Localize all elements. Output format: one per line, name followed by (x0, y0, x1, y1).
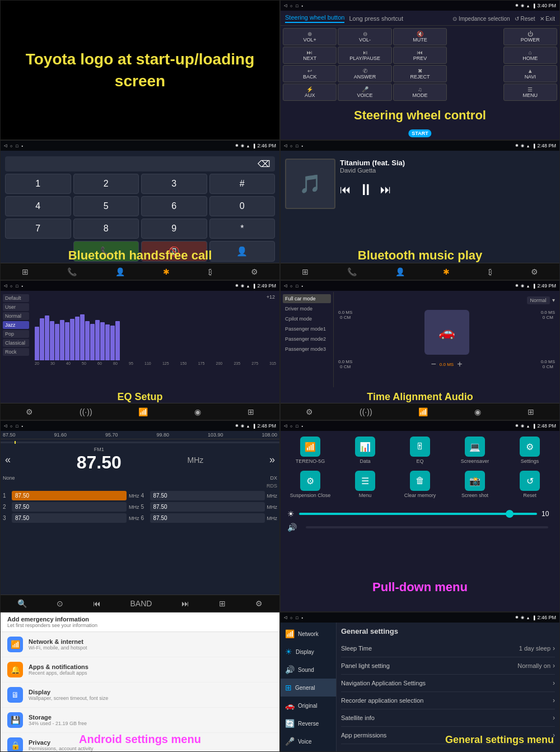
preset-jazz[interactable]: Jazz (3, 321, 29, 329)
nav-grid[interactable]: ⊞ (22, 267, 29, 276)
eq-bar-3[interactable] (45, 315, 49, 360)
nav-bt2[interactable]: ₿ (208, 267, 212, 276)
btn-menu[interactable]: ☰MENU (503, 83, 557, 101)
ss-sym[interactable]: 💻 (465, 437, 485, 457)
eq-bar-9[interactable] (75, 317, 80, 360)
nav-settings-music[interactable]: ⚙ (531, 267, 538, 276)
eq-sym[interactable]: 🎚 (410, 437, 430, 457)
key-star[interactable]: * (209, 219, 276, 239)
dial-input-field[interactable]: ⌫ (5, 156, 275, 171)
settings-row-recorder[interactable]: Recorder application selection › (341, 692, 555, 709)
tab-long-press[interactable]: Long press shortcut (349, 15, 403, 22)
nav-eq-more[interactable]: ⊞ (248, 407, 254, 416)
nav-bt[interactable]: ✱ (163, 267, 170, 276)
key-8[interactable]: 8 (73, 219, 139, 239)
preset-freq-1[interactable]: 87.50 (12, 491, 127, 500)
nav-ta-circle[interactable]: ◉ (474, 407, 481, 416)
key-5[interactable]: 5 (73, 196, 139, 216)
key-3[interactable]: 3 (141, 174, 207, 194)
ss2-sym[interactable]: 📸 (465, 471, 485, 491)
settings-row-panel[interactable]: Panel light setting Normally on › (341, 657, 555, 675)
preset-freq-5[interactable]: 87.50 (150, 502, 265, 512)
nav-eq-circle[interactable]: ◉ (194, 407, 201, 416)
menu-sym[interactable]: ☰ (355, 471, 375, 491)
nav-phone[interactable]: 📞 (67, 267, 77, 276)
eq-bar-6[interactable] (60, 320, 64, 360)
nav-radio-next[interactable]: ⏭ (181, 599, 189, 608)
eq-bar-13[interactable] (95, 320, 100, 360)
ta-minus-icon[interactable]: − (431, 359, 436, 369)
preset-freq-3[interactable]: 87.50 (12, 513, 127, 523)
settings-sym[interactable]: ⚙ (520, 437, 540, 457)
eq-bar-8[interactable] (70, 319, 74, 360)
android-item-display[interactable]: 🖥 Display Wallpaper, screen timeout, fon… (1, 683, 279, 708)
mode-passenger2[interactable]: Passenger mode2 (283, 335, 331, 343)
nav-radio-eq[interactable]: ⊞ (219, 599, 226, 608)
nav-eq-settings[interactable]: ⚙ (26, 407, 33, 416)
btn-next[interactable]: ⏭NEXT (283, 47, 337, 64)
clear-sym[interactable]: 🗑 (410, 471, 430, 491)
nav-ta-surround[interactable]: ((·)) (360, 407, 372, 416)
android-item-network[interactable]: 📶 Network & internet Wi-Fi, mobile, and … (1, 632, 279, 657)
settings-row-navi[interactable]: Navigation Application Settings › (341, 675, 555, 692)
eq-bar-17[interactable] (115, 321, 120, 360)
reset-link[interactable]: ↺ Reset (515, 16, 535, 22)
settings-row-sleep[interactable]: Sleep Time 1 day sleep › (341, 640, 555, 657)
nav-phone-music[interactable]: 📞 (347, 267, 357, 276)
btn-navi[interactable]: ▲NAVI (503, 65, 557, 82)
android-item-apps[interactable]: 🔔 Apps & notifications Recent apps, defa… (1, 657, 279, 683)
nav-radio-prev[interactable]: ⏮ (93, 599, 101, 608)
nav-ta-settings[interactable]: ⚙ (306, 407, 313, 416)
eq-bar-5[interactable] (55, 324, 59, 360)
mode-passenger3[interactable]: Passenger mode3 (283, 345, 331, 354)
settings-row-satellite[interactable]: Satellite info › (341, 709, 555, 727)
mode-passenger1[interactable]: Passenger mode1 (283, 324, 331, 333)
preset-freq-2[interactable]: 87.50 (12, 502, 127, 512)
key-6[interactable]: 6 (141, 196, 207, 216)
preset-classical[interactable]: Classical (3, 339, 29, 347)
nav-network[interactable]: 📶 Network (281, 625, 336, 643)
btn-power[interactable]: ⏻POWER (503, 28, 557, 45)
key-7[interactable]: 7 (5, 219, 71, 239)
eq-bar-7[interactable] (65, 322, 69, 360)
nav-radio-scan[interactable]: ⊙ (57, 599, 63, 608)
nav-ta-signal[interactable]: 📶 (418, 407, 428, 416)
data-sym[interactable]: 📊 (355, 437, 375, 457)
btn-play-pause[interactable]: ⏯PLAY/PAUSE (338, 47, 391, 64)
eq-bar-1[interactable] (35, 327, 39, 360)
mode-full-car[interactable]: Full car mode (283, 294, 331, 303)
nav-contacts-music[interactable]: 👤 (395, 267, 405, 276)
mode-cpilot[interactable]: Cpilot mode (283, 314, 331, 323)
nav-eq-signal[interactable]: 📶 (138, 407, 148, 416)
wifi-sym[interactable]: 📶 (300, 437, 320, 457)
nav-radio-band[interactable]: BAND (130, 599, 152, 608)
nav-ta-more[interactable]: ⊞ (528, 407, 534, 416)
nav-radio-search[interactable]: 🔍 (17, 599, 27, 608)
eq-bar-4[interactable] (50, 321, 54, 360)
nav-eq-surround[interactable]: ((·)) (80, 407, 92, 416)
nav-radio-settings[interactable]: ⚙ (255, 599, 263, 608)
nav-bt2-music[interactable]: ₿ (488, 267, 492, 276)
nav-display[interactable]: ☀ Display (281, 643, 336, 661)
key-2[interactable]: 2 (73, 174, 139, 194)
nav-reverse[interactable]: 🔄 Reverse (281, 714, 336, 732)
preset-user[interactable]: User (3, 303, 29, 311)
btn-mute[interactable]: 🔇MUTE (393, 28, 447, 45)
tab-steering-wheel[interactable]: Steering wheel button (285, 14, 344, 23)
freq-next-btn[interactable]: » (269, 454, 275, 466)
nav-contacts[interactable]: 👤 (115, 267, 125, 276)
btn-answer[interactable]: ✆ANSWER (338, 65, 391, 82)
preset-rock[interactable]: Rock (3, 348, 29, 356)
preset-pop[interactable]: Pop (3, 330, 29, 338)
key-9[interactable]: 9 (141, 219, 207, 239)
mode-driver[interactable]: Driver mode (283, 304, 331, 313)
eq-bar-2[interactable] (40, 318, 44, 360)
android-item-storage[interactable]: 💾 Storage 34% used - 21.19 GB free (1, 708, 279, 733)
prev-btn[interactable]: ⏮ (340, 183, 351, 196)
nav-settings[interactable]: ⚙ (251, 267, 258, 276)
play-pause-btn[interactable]: ⏸ (358, 180, 374, 199)
nav-general[interactable]: ⊞ General (281, 679, 336, 697)
key-0[interactable]: 0 (209, 196, 276, 216)
nav-bt-music[interactable]: ✱ (443, 267, 450, 276)
backspace-icon[interactable]: ⌫ (258, 159, 270, 169)
